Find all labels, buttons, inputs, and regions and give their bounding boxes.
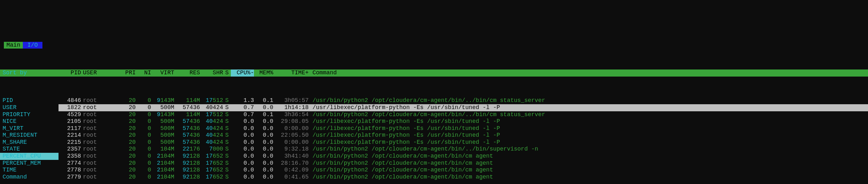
cell-state: S	[223, 160, 231, 167]
cell-res: 57436	[174, 104, 200, 111]
cell-res: 57436	[174, 125, 200, 132]
cell-ni: 0	[136, 125, 151, 132]
col-header-mem[interactable]: MEM%	[254, 69, 273, 76]
cell-pid: 2214	[59, 132, 81, 139]
process-list: PID4846root2009143M114M17512S1.30.13h05:…	[0, 97, 868, 181]
cell-shr: 40424	[200, 125, 223, 132]
cell-virt: 2104M	[151, 174, 174, 181]
col-header-shr[interactable]: SHR	[200, 69, 223, 76]
cell-virt: 500M	[151, 104, 174, 111]
cell-command: /usr/bin/python2 /opt/cloudera/cm-agent/…	[309, 97, 868, 104]
process-row[interactable]: M_SHARE2215root200500M5743640424S0.00.00…	[0, 139, 868, 146]
sort-option[interactable]: STATE	[0, 146, 59, 153]
cell-state: S	[223, 104, 231, 111]
cell-virt: 104M	[151, 146, 174, 153]
col-header-pid[interactable]: PID	[59, 69, 81, 76]
cell-virt: 9143M	[151, 111, 174, 118]
sort-option[interactable]: PID	[0, 97, 59, 104]
cell-mem: 0.1	[254, 97, 273, 104]
col-header-state[interactable]: S	[223, 69, 231, 76]
process-row[interactable]: M_RESIDENT2214root200500M5743640424S0.00…	[0, 132, 868, 139]
col-header-user[interactable]: USER	[81, 69, 116, 76]
sort-option[interactable]: M_SHARE	[0, 139, 59, 146]
col-header-command[interactable]: Command	[309, 69, 868, 76]
sort-option[interactable]: Command	[0, 174, 59, 181]
cell-pri: 20	[116, 118, 136, 125]
cell-ni: 0	[136, 132, 151, 139]
process-row[interactable]: Command2779root2002104M9212817652S0.00.0…	[0, 174, 868, 181]
sort-option[interactable]: PERCENT_MEM	[0, 160, 59, 167]
cell-cpu: 0.0	[231, 118, 254, 125]
cell-res: 57436	[174, 132, 200, 139]
cell-virt: 2104M	[151, 153, 174, 160]
process-columns: 2105root200500M5743640424S0.00.029:08.05…	[59, 118, 868, 125]
process-row[interactable]: M_VIRT2117root200500M5743640424S0.00.00:…	[0, 125, 868, 132]
sort-option[interactable]: M_RESIDENT	[0, 132, 59, 139]
cell-command: /usr/bin/python2 /opt/cloudera/cm-agent/…	[309, 111, 868, 118]
col-header-virt[interactable]: VIRT	[151, 69, 174, 76]
cell-ni: 0	[136, 111, 151, 118]
cell-res: 22176	[174, 146, 200, 153]
cell-res: 114M	[174, 111, 200, 118]
cell-command: /usr/bin/python2 /opt/cloudera/cm-agent/…	[309, 146, 868, 153]
cell-pid: 4529	[59, 111, 81, 118]
sort-panel-title: Sort by	[0, 69, 59, 76]
process-columns: 2357root200104M221767000S0.00.09:32.18/u…	[59, 146, 868, 153]
cell-mem: 0.0	[254, 174, 273, 181]
cell-cpu: 1.3	[231, 97, 254, 104]
tab-main[interactable]: Main	[4, 42, 23, 49]
cell-time: 0:00.00	[273, 125, 309, 132]
process-row[interactable]: NICE2105root200500M5743640424S0.00.029:0…	[0, 118, 868, 125]
process-row[interactable]: PRIORITY4529root2009143M114M17512S0.70.1…	[0, 111, 868, 118]
sort-option[interactable]: TIME	[0, 166, 59, 174]
cell-cpu: 0.0	[231, 160, 254, 167]
cell-pri: 20	[116, 132, 136, 139]
col-header-ni[interactable]: NI	[136, 69, 151, 76]
col-header-time[interactable]: TIME+	[273, 69, 309, 76]
cell-shr: 7000	[200, 146, 223, 153]
cell-command: /usr/libexec/platform-python -Es /usr/sb…	[309, 118, 868, 125]
cell-state: S	[223, 97, 231, 104]
sort-option[interactable]: USER	[0, 104, 59, 111]
cell-res: 92128	[174, 153, 200, 160]
process-row[interactable]: PERCENT_MEM2774root2002104M9212817652S0.…	[0, 160, 868, 167]
cell-virt: 500M	[151, 118, 174, 125]
process-row[interactable]: TIME2778root2002104M9212817652S0.00.00:4…	[0, 166, 868, 174]
col-header-res[interactable]: RES	[174, 69, 200, 76]
sort-option[interactable]: NICE	[0, 118, 59, 125]
process-columns: 2778root2002104M9212817652S0.00.00:42.09…	[59, 166, 868, 174]
cell-cpu: 0.0	[231, 166, 254, 174]
process-row[interactable]: PID4846root2009143M114M17512S1.30.13h05:…	[0, 97, 868, 104]
cell-pid: 1822	[59, 104, 81, 111]
cell-res: 92128	[174, 166, 200, 174]
process-row[interactable]: STATE2357root200104M221767000S0.00.09:32…	[0, 146, 868, 153]
cell-shr: 17512	[200, 97, 223, 104]
process-row[interactable]: PERCENT_CPU2358root2002104M9212817652S0.…	[0, 153, 868, 160]
cell-virt: 500M	[151, 125, 174, 132]
cell-pid: 2117	[59, 125, 81, 132]
cell-shr: 17652	[200, 153, 223, 160]
cell-ni: 0	[136, 104, 151, 111]
col-header-pri[interactable]: PRI	[116, 69, 136, 76]
sort-option[interactable]: PRIORITY	[0, 111, 59, 118]
cell-time: 3h36:54	[273, 111, 309, 118]
tab-io[interactable]: I/O	[23, 42, 42, 49]
sort-option[interactable]: PERCENT_CPU	[0, 153, 59, 160]
cell-shr: 40424	[200, 118, 223, 125]
process-columns: 2774root2002104M9212817652S0.00.028:16.7…	[59, 160, 868, 167]
cell-time: 28:16.70	[273, 160, 309, 167]
cell-shr: 17652	[200, 166, 223, 174]
cell-res: 57436	[174, 139, 200, 146]
cell-pri: 20	[116, 146, 136, 153]
sort-option[interactable]: M_VIRT	[0, 125, 59, 132]
col-header-cpu[interactable]: CPU%-	[231, 69, 254, 76]
cell-pri: 20	[116, 111, 136, 118]
cell-ni: 0	[136, 97, 151, 104]
process-row[interactable]: USER1822root200500M5743640424S0.70.01h14…	[0, 104, 868, 111]
cell-shr: 40424	[200, 139, 223, 146]
tabs-bar: Main I/O	[0, 42, 868, 49]
cell-time: 3h41:40	[273, 153, 309, 160]
process-columns: 2358root2002104M9212817652S0.00.03h41:40…	[59, 153, 868, 160]
cell-command: /usr/bin/python2 /opt/cloudera/cm-agent/…	[309, 153, 868, 160]
cell-state: S	[223, 146, 231, 153]
